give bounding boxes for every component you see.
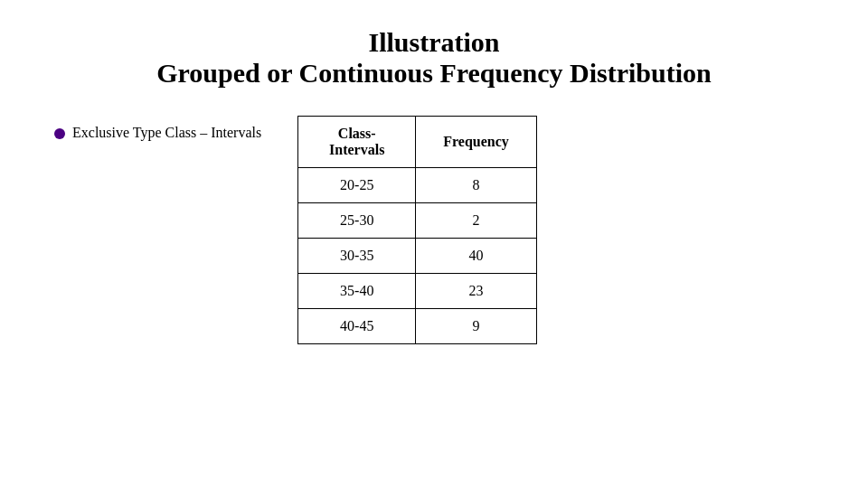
table-cell-interval: 25-30: [298, 203, 416, 239]
table-row: 40-459: [298, 309, 537, 344]
title-line2: Grouped or Continuous Frequency Distribu…: [156, 58, 711, 89]
table-cell-interval: 40-45: [298, 309, 416, 344]
bullet-dot-icon: [54, 128, 65, 139]
table-row: 30-3540: [298, 239, 537, 274]
table-cell-interval: 30-35: [298, 239, 416, 274]
table-cell-interval: 35-40: [298, 274, 416, 309]
bullet-label: Exclusive Type Class – Intervals: [54, 116, 261, 141]
table-row: 25-302: [298, 203, 537, 239]
table-cell-interval: 20-25: [298, 168, 416, 203]
title-line1: Illustration: [156, 27, 711, 58]
frequency-table: Class- Intervals Frequency 20-25825-3023…: [297, 116, 537, 344]
table-cell-frequency: 8: [416, 168, 537, 203]
table-cell-frequency: 23: [416, 274, 537, 309]
table-cell-frequency: 9: [416, 309, 537, 344]
table-header-class-intervals: Class- Intervals: [298, 117, 416, 168]
bullet-text: Exclusive Type Class – Intervals: [72, 125, 261, 141]
content-area: Exclusive Type Class – Intervals Class- …: [0, 116, 868, 344]
table-header-frequency: Frequency: [416, 117, 537, 168]
title-block: Illustration Grouped or Continuous Frequ…: [156, 27, 711, 89]
table-row: 20-258: [298, 168, 537, 203]
table-cell-frequency: 40: [416, 239, 537, 274]
table-cell-frequency: 2: [416, 203, 537, 239]
table-row: 35-4023: [298, 274, 537, 309]
